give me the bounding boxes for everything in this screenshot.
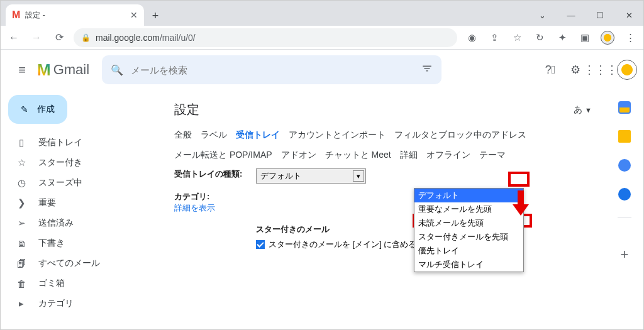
settings-tab[interactable]: 全般 xyxy=(174,129,192,141)
clock-history-icon[interactable]: ↻ xyxy=(531,30,548,46)
side-panel: + xyxy=(616,101,633,263)
sidebar-item-label: 送信済み xyxy=(38,217,74,229)
category-icon: ▸ xyxy=(16,298,27,309)
category-detail-link[interactable]: 詳細を表示 xyxy=(174,202,256,214)
sidebar-item-label: 下書き xyxy=(38,238,65,249)
search-box[interactable]: 🔍 xyxy=(102,55,441,84)
gmail-m-icon: M xyxy=(37,60,51,80)
kebab-menu-icon[interactable]: ⋮ xyxy=(622,30,638,46)
sidebar-item-label: スヌーズ中 xyxy=(38,177,82,189)
send-icon: ➢ xyxy=(16,217,27,229)
inbox-type-label: 受信トレイの種類: xyxy=(174,168,256,184)
trash-icon: 🗑 xyxy=(16,278,27,289)
lock-icon: 🔒 xyxy=(81,33,91,42)
inbox-type-dropdown[interactable]: デフォルト重要なメールを先頭未読メールを先頭スター付きメールを先頭優先トレイマル… xyxy=(414,188,524,272)
sidebar-item-6[interactable]: 🗐すべてのメール xyxy=(1,253,157,273)
sidebar-item-label: スター付き xyxy=(38,157,82,168)
chevron-down-icon[interactable]: ▾ xyxy=(353,170,364,182)
sidebar-item-7[interactable]: 🗑ゴミ箱 xyxy=(1,273,157,294)
account-avatar[interactable] xyxy=(617,60,637,80)
close-tab-icon[interactable]: ✕ xyxy=(130,10,138,20)
settings-tab[interactable]: メール転送と POP/IMAP xyxy=(174,150,272,161)
inbox-type-value: デフォルト xyxy=(260,170,301,182)
keep-app-icon[interactable] xyxy=(618,130,631,143)
search-tune-icon[interactable] xyxy=(421,63,433,77)
bookmark-star-icon[interactable]: ☆ xyxy=(509,30,525,46)
settings-tab[interactable]: アドオン xyxy=(281,150,316,161)
address-bar[interactable]: 🔒 mail.google.com/mail/u/0/ xyxy=(74,28,457,47)
inbox-type-option[interactable]: デフォルト xyxy=(414,189,523,202)
settings-tab[interactable]: フィルタとブロック中のアドレス xyxy=(394,129,526,141)
gmail-product-name: Gmail xyxy=(53,62,89,78)
sidebar-item-5[interactable]: 🗎下書き xyxy=(1,233,157,253)
new-tab-button[interactable]: + xyxy=(147,7,164,25)
browser-tab[interactable]: M 設定 - ✕ xyxy=(6,4,144,26)
lang-label: あ xyxy=(574,104,582,116)
sidebar-item-1[interactable]: ☆スター付き xyxy=(1,153,157,173)
chevron-down-icon: ▼ xyxy=(585,106,592,114)
url-host: mail.google.com xyxy=(96,33,160,43)
sidebar-item-4[interactable]: ➢送信済み xyxy=(1,213,157,233)
gmail-logo[interactable]: M Gmail xyxy=(37,60,89,80)
include-starred-label: スター付きのメールを [メイン] に含める xyxy=(269,239,416,250)
draft-icon: 🗎 xyxy=(16,238,27,249)
settings-tab[interactable]: チャットと Meet xyxy=(325,150,391,161)
sidebar-item-label: すべてのメール xyxy=(38,258,100,269)
forward-button[interactable]: → xyxy=(28,30,45,46)
compose-label: 作成 xyxy=(37,104,55,115)
chevron-down-icon[interactable]: ⌄ xyxy=(528,4,557,26)
content: 設定 あ ▼ 全般ラベル受信トレイアカウントとインポートフィルタとブロック中のア… xyxy=(157,90,609,330)
settings-tab[interactable]: テーマ xyxy=(479,150,506,161)
tasks-app-icon[interactable] xyxy=(618,159,631,172)
tab-title: 設定 - xyxy=(25,10,125,21)
help-icon[interactable]: ?⃝ xyxy=(541,61,559,79)
hamburger-menu-icon[interactable]: ≡ xyxy=(7,55,37,85)
compose-button[interactable]: ✎ 作成 xyxy=(8,95,67,124)
back-button[interactable]: ← xyxy=(6,30,22,46)
pencil-icon: ✎ xyxy=(21,104,28,114)
inbox-type-option[interactable]: 優先トレイ xyxy=(414,244,523,258)
contacts-app-icon[interactable] xyxy=(618,188,631,201)
eye-icon[interactable]: ◉ xyxy=(464,30,480,46)
profile-avatar[interactable] xyxy=(599,30,616,46)
sidebar-item-8[interactable]: ▸カテゴリ xyxy=(1,294,157,314)
window-minimize-button[interactable]: — xyxy=(557,4,586,26)
calendar-app-icon[interactable] xyxy=(618,101,631,114)
category-label: カテゴリ: xyxy=(174,191,256,202)
clock-icon: ◷ xyxy=(16,177,27,189)
settings-tab[interactable]: 詳細 xyxy=(400,150,418,161)
settings-tab[interactable]: ラベル xyxy=(201,129,227,141)
gear-icon[interactable]: ⚙ xyxy=(567,61,584,79)
search-input[interactable] xyxy=(131,65,421,75)
sidebar-item-2[interactable]: ◷スヌーズ中 xyxy=(1,173,157,193)
inbox-type-option[interactable]: マルチ受信トレイ xyxy=(414,258,523,272)
inbox-icon: ▯ xyxy=(16,137,27,148)
inbox-type-option[interactable]: スター付きメールを先頭 xyxy=(414,230,523,244)
sidebar-item-label: 重要 xyxy=(38,197,56,209)
settings-tab[interactable]: 受信トレイ xyxy=(236,129,280,141)
apps-grid-icon[interactable]: ⋮⋮⋮ xyxy=(592,61,609,79)
add-addon-button[interactable]: + xyxy=(621,246,629,263)
extensions-icon[interactable]: ✦ xyxy=(554,30,570,46)
window-close-button[interactable]: ✕ xyxy=(614,4,643,26)
inbox-type-option[interactable]: 未読メールを先頭 xyxy=(414,216,523,230)
sidebar-item-label: カテゴリ xyxy=(38,298,74,309)
cast-icon[interactable]: ▣ xyxy=(577,30,593,46)
sidebar: ✎ 作成 ▯受信トレイ☆スター付き◷スヌーズ中❯重要➢送信済み🗎下書き🗐すべての… xyxy=(1,90,157,330)
settings-tab[interactable]: アカウントとインポート xyxy=(289,129,386,141)
sidebar-item-0[interactable]: ▯受信トレイ xyxy=(1,133,157,153)
language-switcher[interactable]: あ ▼ xyxy=(574,104,592,116)
inbox-type-select[interactable]: デフォルト ▾ xyxy=(256,168,366,184)
share-icon[interactable]: ⇪ xyxy=(486,30,502,46)
settings-tab[interactable]: オフライン xyxy=(426,150,470,161)
search-icon[interactable]: 🔍 xyxy=(111,64,123,76)
inbox-type-option[interactable]: 重要なメールを先頭 xyxy=(414,202,523,216)
star-icon: ☆ xyxy=(16,157,27,168)
reload-button[interactable]: ⟳ xyxy=(51,30,67,46)
include-starred-checkbox[interactable] xyxy=(256,240,265,249)
sidebar-item-3[interactable]: ❯重要 xyxy=(1,193,157,213)
window-maximize-button[interactable]: ☐ xyxy=(586,4,614,26)
settings-tabs: 全般ラベル受信トレイアカウントとインポートフィルタとブロック中のアドレスメール転… xyxy=(174,129,592,161)
sidebar-item-label: ゴミ箱 xyxy=(38,278,65,289)
important-icon: ❯ xyxy=(16,197,27,209)
